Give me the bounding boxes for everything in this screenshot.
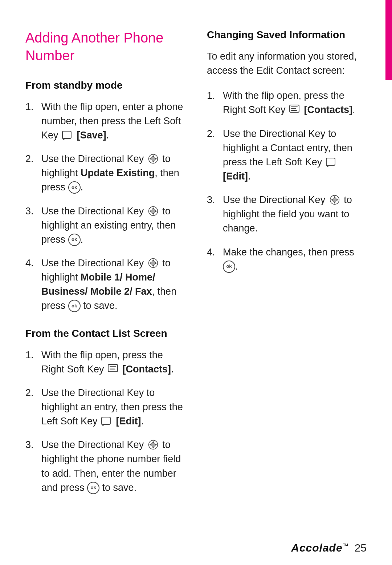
svg-marker-19: [155, 262, 157, 264]
svg-marker-16: [152, 259, 154, 261]
ok-button-icon: ok: [68, 300, 81, 312]
svg-rect-33: [291, 106, 298, 107]
svg-point-3: [151, 157, 155, 161]
svg-point-9: [151, 209, 155, 213]
svg-marker-42: [331, 199, 332, 201]
section-title: Adding Another Phone Number: [25, 29, 185, 65]
ok-button-icon: ok: [223, 261, 235, 273]
svg-marker-6: [149, 158, 151, 160]
directional-key-icon: [147, 154, 159, 164]
svg-marker-43: [336, 199, 338, 201]
svg-rect-22: [110, 368, 115, 368]
footer: Accolade™ 25: [25, 542, 367, 554]
svg-marker-11: [152, 213, 154, 215]
svg-marker-12: [149, 210, 151, 212]
svg-point-15: [151, 261, 155, 265]
svg-marker-17: [152, 265, 154, 267]
svg-marker-4: [152, 155, 154, 157]
list-item: 2. Use the Directional Key to highlight …: [207, 127, 367, 184]
ok-button-icon: ok: [68, 181, 81, 194]
subsection2-heading: From the Contact List Screen: [25, 328, 185, 339]
list-item: 2. Use the Directional Key to highlight …: [25, 386, 185, 428]
right-softkey-icon: [289, 105, 301, 115]
right-column-title: Changing Saved Information: [207, 29, 367, 41]
list-item: 1. With the flip open, press the Right S…: [207, 89, 367, 117]
changing-info-list: 1. With the flip open, press the Right S…: [207, 89, 367, 274]
svg-rect-34: [291, 108, 296, 109]
svg-point-27: [151, 443, 155, 447]
svg-rect-0: [62, 131, 71, 138]
bottom-divider: [25, 532, 367, 532]
svg-marker-10: [152, 207, 154, 209]
page-container: Adding Another Phone Number From standby…: [0, 0, 392, 565]
svg-rect-23: [110, 370, 115, 370]
contact-list-screen-list: 1. With the flip open, press the Right S…: [25, 348, 185, 495]
standby-mode-list: 1. With the flip open, enter a phone num…: [25, 100, 185, 313]
brand-name: Accolade™: [291, 542, 348, 554]
svg-rect-21: [110, 366, 116, 367]
left-softkey-icon: [326, 157, 337, 167]
svg-marker-40: [334, 196, 335, 198]
left-softkey-icon: [101, 416, 113, 426]
svg-marker-18: [149, 262, 151, 264]
directional-key-icon: [147, 206, 159, 216]
svg-marker-13: [155, 210, 157, 212]
svg-rect-24: [102, 417, 110, 424]
list-item: 4. Use the Directional Key to highlight …: [25, 256, 185, 313]
ok-button-icon: ok: [87, 482, 99, 494]
list-item: 1. With the flip open, press the Right S…: [25, 348, 185, 376]
accent-bar: [385, 0, 392, 80]
page-number: 25: [355, 542, 367, 554]
svg-rect-36: [326, 158, 335, 165]
directional-key-icon: [147, 440, 159, 450]
svg-marker-7: [155, 158, 157, 160]
svg-rect-35: [291, 110, 297, 111]
svg-marker-28: [152, 441, 154, 443]
directional-key-icon: [147, 258, 159, 268]
content-area: Adding Another Phone Number From standby…: [25, 29, 367, 509]
svg-marker-5: [152, 161, 154, 163]
right-softkey-icon: [107, 364, 119, 374]
directional-key-icon: [329, 195, 340, 205]
svg-marker-29: [152, 447, 154, 449]
left-column: Adding Another Phone Number From standby…: [25, 29, 185, 509]
intro-text: To edit any information you stored, acce…: [207, 49, 367, 78]
list-item: 3. Use the Directional Key to highlight …: [25, 204, 185, 247]
svg-marker-30: [149, 444, 151, 446]
ok-button-icon: ok: [68, 234, 81, 246]
list-item: 1. With the flip open, enter a phone num…: [25, 100, 185, 142]
svg-marker-41: [334, 202, 335, 204]
left-softkey-icon: [62, 130, 73, 140]
svg-marker-31: [155, 444, 157, 446]
subsection1-heading: From standby mode: [25, 80, 185, 91]
list-item: 3. Use the Directional Key to highlight …: [25, 438, 185, 495]
svg-point-39: [332, 198, 337, 202]
list-item: 4. Make the changes, then press ok.: [207, 245, 367, 274]
list-item: 2. Use the Directional Key to highlight …: [25, 152, 185, 194]
list-item: 3. Use the Directional Key to highlight …: [207, 193, 367, 235]
right-column: Changing Saved Information To edit any i…: [207, 29, 367, 509]
